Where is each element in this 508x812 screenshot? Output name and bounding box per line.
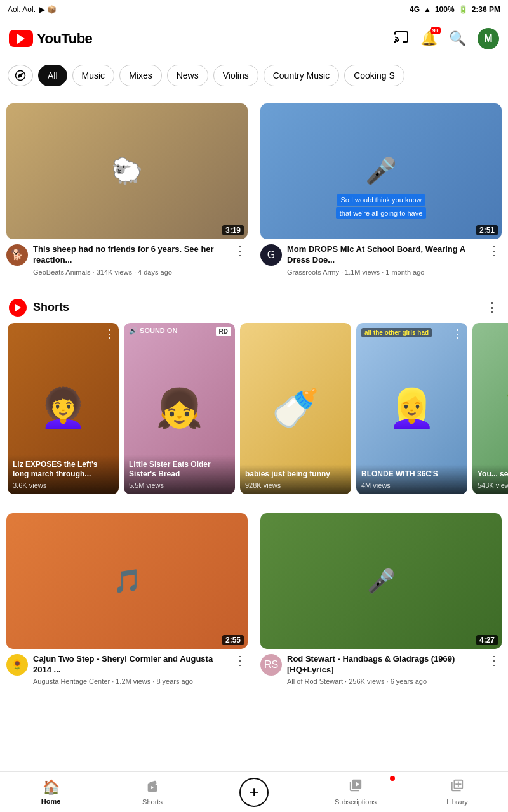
thumbnail-3: 🎵: [6, 513, 248, 649]
short-sound-indicator: 🔊 SOUND ON: [129, 327, 177, 335]
video-channel-4: All of Rod Stewart · 256K views · 6 year…: [287, 677, 481, 686]
video-more-2[interactable]: ⋮: [486, 244, 502, 257]
youtube-logo-icon[interactable]: [9, 30, 33, 47]
video-meta-1: This sheep had no friends for 6 years. S…: [33, 244, 227, 277]
battery-icon: 🔋: [458, 5, 468, 14]
thumbnail-4: 🎤: [260, 513, 502, 649]
video-channel-2: Grassroots Army · 1.1M views · 1 month a…: [287, 268, 481, 277]
video-title-4: Rod Stewart - Handbags & Gladrags (1969)…: [287, 654, 481, 676]
chip-cooking[interactable]: Cooking S: [344, 65, 404, 86]
short-card-2[interactable]: 👧 🔊 SOUND ON RD Little Sister Eats Older…: [124, 323, 235, 494]
status-bar: Aol. Aol. ▶ 📦 4G ▲ 100% 🔋 2:36 PM: [0, 0, 508, 19]
thumbnail-1: 🐑: [6, 103, 248, 239]
short-thumb-4: 👱‍♀️ all the other girls had BLONDE WITH…: [356, 323, 467, 494]
video-more-3[interactable]: ⋮: [232, 654, 248, 667]
video-grid: 🐑 3:19 🐕 This sheep had no friends for 6…: [0, 93, 508, 290]
subtitle-overlay: So I would think you know that we're all…: [267, 193, 495, 220]
short-views-1: 3.6K views: [13, 481, 114, 489]
short-more-1[interactable]: ⋮: [104, 327, 115, 341]
status-time: 2:36 PM: [472, 5, 500, 14]
short-card-3[interactable]: 🍼 babies just being funny 928K views: [240, 323, 351, 494]
short-thumb-1: 👩‍🦱 Liz EXPOSES the Left's long march th…: [8, 323, 119, 494]
header: YouTube 🔔 9+ 🔍 M: [0, 19, 508, 58]
video-title-3: Cajun Two Step - Sheryl Cormier and Augu…: [33, 654, 227, 676]
shorts-more-btn[interactable]: ⋮: [485, 299, 499, 316]
short-title-2: Little Sister Eats Older Sister's Bread: [129, 460, 230, 480]
chip-news[interactable]: News: [167, 65, 208, 86]
status-icons: ▶ 📦: [39, 5, 57, 14]
short-badge-2: RD: [216, 327, 231, 336]
svg-point-0: [394, 41, 396, 43]
duration-2: 2:51: [476, 225, 498, 235]
video-card-4[interactable]: 🎤 4:27 RS Rod Stewart - Handbags & Gladr…: [254, 508, 508, 695]
video-channel-1: GeoBeats Animals · 314K views · 4 days a…: [33, 268, 227, 277]
chip-mixes[interactable]: Mixes: [119, 65, 162, 86]
status-signal: 4G: [410, 5, 420, 14]
chip-all[interactable]: All: [38, 65, 67, 86]
video-title-1: This sheep had no friends for 6 years. S…: [33, 244, 227, 266]
duration-3: 2:55: [222, 635, 244, 645]
video-meta-3: Cajun Two Step - Sheryl Cormier and Augu…: [33, 654, 227, 687]
short-card-5[interactable]: 🌿 You... selli... rece... 543K views: [472, 323, 508, 494]
short-views-5: 543K views: [478, 481, 508, 489]
short-views-3: 928K views: [245, 481, 346, 489]
chip-violins[interactable]: Violins: [213, 65, 258, 86]
filter-bar: All Music Mixes News Violins Country Mus…: [0, 58, 508, 93]
explore-filter-btn[interactable]: [8, 65, 33, 86]
duration-1: 3:19: [222, 225, 244, 235]
shorts-section: Shorts ⋮ 👩‍🦱 Liz EXPOSES the Left's long…: [0, 290, 508, 503]
channel-avatar-4: RS: [260, 654, 282, 676]
short-more-4[interactable]: ⋮: [452, 327, 464, 341]
subtitle-line-2: that we're all going to have: [336, 207, 427, 219]
chip-country-music[interactable]: Country Music: [264, 65, 339, 86]
short-thumb-5: 🌿 You... selli... rece... 543K views: [472, 323, 508, 494]
status-battery: 100%: [435, 5, 455, 14]
shorts-header: Shorts ⋮: [0, 295, 508, 320]
search-icon[interactable]: 🔍: [449, 30, 466, 47]
svg-marker-2: [18, 74, 22, 77]
video-channel-3: Augusta Heritage Center · 1.2M views · 8…: [33, 677, 227, 686]
short-title-3: babies just being funny: [245, 469, 346, 480]
chip-music[interactable]: Music: [72, 65, 115, 86]
short-title-4: BLONDE WITH 36C'S: [361, 469, 462, 480]
avatar[interactable]: M: [478, 28, 499, 49]
video-more-1[interactable]: ⋮: [232, 244, 248, 257]
short-thumb-2: 👧 🔊 SOUND ON RD Little Sister Eats Older…: [124, 323, 235, 494]
signal-bars: ▲: [424, 5, 431, 14]
video-card-1[interactable]: 🐑 3:19 🐕 This sheep had no friends for 6…: [0, 98, 254, 285]
subtitle-line-1: So I would think you know: [337, 194, 425, 206]
shorts-title: Shorts: [33, 301, 479, 314]
notification-badge: 9+: [430, 27, 441, 34]
status-carrier: Aol. Aol.: [8, 5, 36, 14]
video-title-2: Mom DROPS Mic At School Board, Wearing A…: [287, 244, 481, 266]
video-meta-4: Rod Stewart - Handbags & Gladrags (1969)…: [287, 654, 481, 687]
shorts-scroll: 👩‍🦱 Liz EXPOSES the Left's long march th…: [0, 320, 508, 501]
video-grid-2: 🎵 2:55 🌻 Cajun Two Step - Sheryl Cormier…: [0, 503, 508, 700]
video-card-3[interactable]: 🎵 2:55 🌻 Cajun Two Step - Sheryl Cormier…: [0, 508, 254, 695]
short-views-4: 4M views: [361, 481, 462, 489]
video-more-4[interactable]: ⋮: [486, 654, 502, 667]
short-title-5: You... selli... rece...: [478, 469, 508, 480]
short-views-2: 5.5M views: [129, 481, 230, 489]
channel-avatar-2: G: [260, 244, 282, 266]
video-meta-2: Mom DROPS Mic At School Board, Wearing A…: [287, 244, 481, 277]
shorts-logo-icon: [9, 299, 27, 317]
short-tag-4: all the other girls had: [361, 328, 432, 337]
channel-avatar-1: 🐕: [6, 244, 28, 266]
short-card-1[interactable]: 👩‍🦱 Liz EXPOSES the Left's long march th…: [8, 323, 119, 494]
notification-icon[interactable]: 🔔 9+: [420, 30, 438, 47]
short-title-1: Liz EXPOSES the Left's long march throug…: [13, 460, 114, 480]
duration-4: 4:27: [476, 635, 498, 645]
youtube-logo-text: YouTube: [37, 30, 92, 47]
short-thumb-3: 🍼 babies just being funny 928K views: [240, 323, 351, 494]
short-card-4[interactable]: 👱‍♀️ all the other girls had BLONDE WITH…: [356, 323, 467, 494]
cast-icon[interactable]: [394, 29, 409, 48]
channel-avatar-3: 🌻: [6, 654, 28, 676]
video-card-2[interactable]: 🎤 So I would think you know that we're a…: [254, 98, 508, 285]
